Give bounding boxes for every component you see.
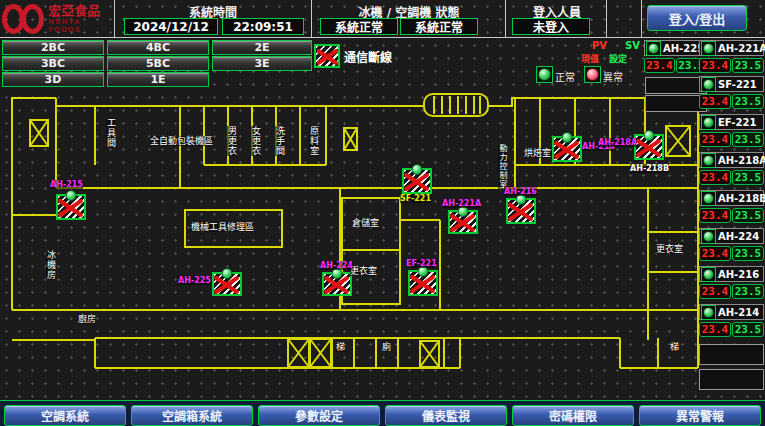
empty-slot	[699, 344, 764, 365]
floor-button-3d[interactable]: 3D	[2, 72, 104, 87]
device-tag-sf-221: SF-221	[400, 194, 431, 203]
device-tag-ah-225: AH-225	[178, 276, 211, 285]
empty-slot	[645, 77, 707, 94]
room-label: 梯	[670, 342, 679, 352]
sv-value-ah-218a: 23.5	[732, 170, 764, 185]
status-led-icon	[701, 229, 716, 244]
equipment-name: AH-225	[663, 43, 704, 54]
comm-loss-label: 通信斷線	[344, 48, 392, 65]
floor-button-4bc[interactable]: 4BC	[107, 40, 209, 55]
status-led-icon	[701, 191, 716, 206]
pv-header-label: PV	[592, 40, 607, 51]
equipment-row-ah-221a[interactable]: AH-221A	[699, 40, 764, 56]
floor-button-1e[interactable]: 1E	[107, 72, 209, 87]
floor-plan: 工具間 全自動包裝機區 男更衣 女更衣 洗手間 原料室 機械工具修理區 倉儲室 …	[0, 92, 700, 398]
system-time-value: 22:09:51	[222, 18, 304, 35]
equipment-row-ah-214[interactable]: AH-214	[699, 304, 764, 320]
device-ah-218a-icon[interactable]	[634, 134, 664, 160]
pv-value-ah-218a: 23.4	[699, 170, 731, 185]
floor-button-3e[interactable]: 3E	[212, 56, 312, 71]
device-sf-221-icon[interactable]	[402, 168, 432, 194]
logo-ring-icon	[21, 4, 44, 34]
device-ah-215-icon[interactable]	[56, 194, 86, 220]
pv-value-ah-224: 23.4	[699, 246, 731, 261]
nav-button-ahu-system[interactable]: 空調箱系統	[131, 405, 253, 426]
stairs-x-icon	[420, 341, 439, 367]
equipment-name: AH-221A	[718, 43, 765, 54]
sv-value-ah-221a: 23.5	[732, 58, 764, 73]
abnormal-led-icon	[584, 66, 601, 83]
equipment-row-ef-221[interactable]: EF-221	[699, 114, 764, 130]
floor-button-3bc[interactable]: 3BC	[2, 56, 104, 71]
sv-name-label: 設定	[609, 52, 627, 65]
empty-slot	[645, 95, 707, 112]
logo-company-name-en: HUNYA FOODS	[48, 18, 112, 34]
floor-button-5bc[interactable]: 5BC	[107, 56, 209, 71]
equipment-row-ah-218b[interactable]: AH-218B	[699, 190, 764, 206]
equipment-name: AH-218A	[718, 155, 765, 166]
device-ef-221-icon[interactable]	[408, 270, 438, 296]
pv-value-ah-216: 23.4	[699, 284, 731, 299]
device-ah-216-icon[interactable]	[506, 198, 536, 224]
room-label: 洗手間	[275, 126, 284, 156]
status-led-icon	[701, 77, 716, 92]
room-label: 動力控制室	[498, 144, 507, 189]
room-label: 廁	[382, 342, 391, 352]
header-divider	[606, 0, 607, 37]
room-label: 女更衣	[251, 126, 260, 156]
normal-legend-label: 正常	[555, 69, 575, 84]
floor-button-2bc[interactable]: 2BC	[2, 40, 104, 55]
empty-slot	[699, 369, 764, 390]
stairs-x-icon	[288, 339, 309, 367]
nav-button-ac-system[interactable]: 空調系統	[4, 405, 126, 426]
device-ah-221a-icon[interactable]	[448, 210, 478, 234]
company-logo: 宏亞食品 HUNYA FOODS	[2, 2, 112, 35]
equipment-row-ah-216[interactable]: AH-216	[699, 266, 764, 282]
sv-value-ef-221: 23.5	[732, 132, 764, 147]
room-label: 機械工具修理區	[191, 222, 254, 232]
device-ah-225-icon[interactable]	[212, 272, 242, 296]
comm-loss-icon	[314, 44, 340, 68]
elevator-icon	[30, 120, 48, 146]
room-label: 更衣室	[656, 244, 683, 254]
pv-value-ah-218b: 23.4	[699, 208, 731, 223]
nav-button-alarm[interactable]: 異常警報	[639, 405, 761, 426]
equipment-name: AH-218B	[718, 193, 765, 204]
device-ah-214-icon[interactable]	[552, 136, 582, 162]
elevator-icon	[344, 128, 357, 150]
sv-value-ah-218b: 23.5	[732, 208, 764, 223]
sv-value-sf-221: 23.5	[732, 94, 764, 109]
equipment-row-ah-218a[interactable]: AH-218A	[699, 152, 764, 168]
status-led-icon	[701, 267, 716, 282]
room-label: 倉儲室	[352, 218, 379, 228]
room-label: 烘焙室	[524, 148, 551, 158]
stairs-icon	[424, 94, 488, 116]
device-ah-224-icon[interactable]	[322, 272, 352, 296]
equipment-name: EF-221	[718, 117, 756, 128]
nav-button-meter-monitor[interactable]: 儀表監視	[385, 405, 507, 426]
system-date-value: 2024/12/12	[124, 18, 218, 35]
room-label: 更衣室	[350, 266, 377, 276]
equipment-name: AH-214	[718, 307, 759, 318]
equipment-row-ah-225[interactable]: AH-225	[644, 40, 707, 56]
equipment-row-sf-221[interactable]: SF-221	[699, 76, 764, 92]
equipment-name: AH-216	[718, 269, 759, 280]
pv-value-ah-214: 23.4	[699, 322, 731, 337]
sv-value-ah-224: 23.5	[732, 246, 764, 261]
login-logout-button[interactable]: 登入/登出	[647, 5, 747, 31]
logo-company-name: 宏亞食品	[48, 4, 112, 18]
header-divider	[311, 0, 312, 37]
pv-value-ah-221a: 23.4	[699, 58, 731, 73]
room-label: 男更衣	[227, 126, 236, 156]
equipment-name: SF-221	[718, 79, 757, 90]
room-label: 梯	[336, 342, 345, 352]
nav-button-password-auth[interactable]: 密碼權限	[512, 405, 634, 426]
floor-button-2e[interactable]: 2E	[212, 40, 312, 55]
equipment-name: AH-224	[718, 231, 759, 242]
floor-plan-walls	[0, 92, 700, 398]
ahu-status-value: 系統正常	[400, 18, 478, 35]
status-led-icon	[701, 305, 716, 320]
header-divider	[114, 0, 115, 37]
equipment-row-ah-224[interactable]: AH-224	[699, 228, 764, 244]
nav-button-parameter-set[interactable]: 參數設定	[258, 405, 380, 426]
